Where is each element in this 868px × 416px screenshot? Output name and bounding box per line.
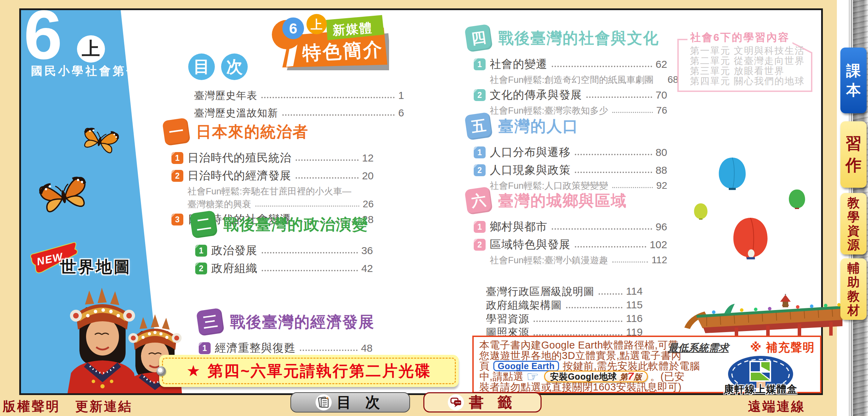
- toc-entry-row[interactable]: 社會Fun輕鬆:奔馳在甘蔗田裡的小火車—: [188, 186, 374, 196]
- unit-title: 臺灣的人口: [498, 116, 579, 137]
- leader-dots-icon: [282, 114, 395, 116]
- toc-entry-row[interactable]: 2人口現象與政策88: [474, 163, 667, 176]
- info-line-4-suffix: 。(已安: [650, 371, 685, 382]
- lesson-number-badge: 1: [199, 342, 211, 354]
- sky-lantern-green: [786, 189, 807, 209]
- toc-entry-row[interactable]: 1鄉村與都市96: [474, 220, 667, 233]
- lesson-number-badge: 1: [171, 152, 183, 164]
- banner-text: ★第四~六單元請執行第二片光碟: [186, 361, 431, 381]
- lesson-number-badge: 1: [474, 146, 486, 158]
- unit-heading[interactable]: 五臺灣的人口: [466, 112, 667, 140]
- side-tab-習作[interactable]: 習作: [840, 121, 867, 188]
- temple-photo: [682, 294, 842, 336]
- tab-char: 習: [846, 135, 862, 152]
- copyright-link[interactable]: 版權聲明: [3, 398, 60, 416]
- bookmark-nav-button[interactable]: 書 籤: [423, 392, 542, 413]
- toc-entry-row[interactable]: 1日治時代的殖民統治12: [171, 151, 374, 164]
- side-tab-教學資源[interactable]: 教學資源: [840, 193, 867, 254]
- leader-dots-icon: [262, 270, 358, 271]
- toc-entry-row[interactable]: 臺灣行政區層級說明圖114: [486, 287, 643, 297]
- toc-entry-row[interactable]: 社會Fun輕鬆:創造奇幻空間的紙風車劇團68: [490, 75, 667, 85]
- toc-entry-row[interactable]: 1社會的變遷62: [474, 57, 667, 70]
- lesson-number-badge: 2: [474, 89, 486, 101]
- toc-entry-row[interactable]: 1人口分布與遷移80: [474, 145, 667, 158]
- min-requirements-link[interactable]: 最低系統需求: [668, 341, 729, 355]
- tab-char: 助: [847, 275, 860, 289]
- feature-badge-tag: 新媒體: [332, 20, 373, 37]
- next-book-title: 社會6下的學習內容: [687, 30, 792, 45]
- unit-heading[interactable]: 四戰後臺灣的社會與文化: [466, 24, 667, 52]
- leader-dots-icon: [552, 228, 652, 230]
- temple-pagoda: [780, 294, 791, 307]
- leader-dots-icon: [262, 252, 358, 253]
- unit-title: 戰後臺灣的政治演變: [223, 214, 368, 235]
- lesson-number-badge: 2: [171, 170, 183, 182]
- tab-char: 教: [847, 196, 860, 209]
- page-number: 42: [361, 263, 373, 274]
- butterfly-icon: [34, 167, 94, 224]
- leader-dots-icon: [566, 307, 622, 308]
- page-number: 96: [656, 221, 667, 233]
- toc-entry-row[interactable]: 1政治發展36: [195, 243, 373, 257]
- page-number: 6: [398, 107, 404, 119]
- toc-entry-row[interactable]: 2區域特色與發展102: [474, 237, 667, 251]
- tab-char: 作: [846, 157, 862, 174]
- toc-title-char: 次: [221, 53, 248, 80]
- feature-intro-badge[interactable]: 新媒體 6 上 特色簡介: [270, 13, 389, 72]
- unit-heading[interactable]: 二戰後臺灣的政治演變: [191, 210, 373, 238]
- book-title: 國民小學社會第七冊: [31, 63, 154, 79]
- toc-entry-row[interactable]: 臺灣歷史溫故知新6: [194, 106, 404, 119]
- page-number: 20: [362, 170, 374, 182]
- tab-char: 本: [846, 82, 861, 98]
- sky-lantern-red: [727, 217, 774, 260]
- unit-title: 臺灣的城鄉與區域: [498, 191, 627, 211]
- info-line-5: 裝者請勿點選或直接關閉1603安裝訊息即可): [479, 382, 710, 392]
- install-version: 第7版: [620, 371, 642, 382]
- toc-entry-label: 政府組織: [211, 262, 257, 274]
- toc-entry-row[interactable]: 1經濟重整與復甦48: [199, 341, 373, 354]
- google-earth-button[interactable]: Google Earth: [493, 361, 559, 371]
- toc-entry-row[interactable]: 政府組織架構圖115: [486, 300, 643, 311]
- toc-entry-row[interactable]: 社會Fun輕鬆:臺灣小鎮漫遊趣112: [490, 255, 667, 265]
- toc-entry-row[interactable]: 2文化的傳承與發展70: [474, 88, 667, 101]
- toc-entry-row[interactable]: 臺灣歷史年表1: [194, 89, 404, 101]
- toc-entry-row[interactable]: 2日治時代的經濟發展20: [171, 168, 374, 182]
- toc-entry-label: 臺灣糖業的興衰: [188, 200, 251, 209]
- leader-dots-icon: [552, 66, 652, 67]
- update-link[interactable]: 更新連結: [75, 398, 133, 416]
- unit-title: 戰後臺灣的社會與文化: [498, 28, 659, 49]
- unit-entry-list: 1鄉村與都市962區域特色與發展102社會Fun輕鬆:臺灣小鎮漫遊趣112: [474, 220, 667, 265]
- bookmark-icon: [448, 394, 464, 410]
- toc-entry-row[interactable]: 學習資源116: [486, 314, 643, 324]
- page-number: 115: [626, 299, 643, 311]
- grade-number: 6: [24, 0, 62, 70]
- install-google-earth-button[interactable]: 安裝Google地球 第7版: [544, 371, 648, 382]
- leader-dots-icon: [599, 293, 622, 295]
- page-number: 1: [398, 89, 404, 101]
- toc-entry-label: 經濟重整與復甦: [215, 342, 296, 354]
- next-book-items: 第一單元 文明與科技生活第二單元 從臺灣走向世界第三單元 放眼看世界第四單元 關…: [690, 46, 805, 86]
- info-line-3-suffix: 按鍵前,需先安裝此軟體於電腦: [563, 361, 700, 371]
- unit-block-5: 五臺灣的人口1人口分布與遷移802人口現象與政策88社會Fun輕鬆:人口政策變變…: [466, 112, 667, 194]
- side-tab-課本[interactable]: 課本: [840, 48, 867, 113]
- unit-heading[interactable]: 三戰後臺灣的經濟發展: [198, 308, 373, 336]
- sky-lantern-yellow: [692, 203, 710, 220]
- remote-connect-link[interactable]: 遠端連線: [748, 398, 805, 416]
- leader-dots-icon: [575, 154, 652, 155]
- lesson-number-badge: 2: [474, 164, 486, 176]
- tab-char: 源: [847, 238, 860, 251]
- unit-heading[interactable]: 一日本來的統治者: [164, 118, 374, 146]
- unit-heading[interactable]: 六臺灣的城鄉與區域: [466, 187, 667, 215]
- toc-title-char: 目: [188, 53, 215, 80]
- leader-dots-icon: [534, 321, 622, 322]
- unit-title: 日本來的統治者: [196, 122, 309, 142]
- unit-entry-list: 1人口分布與遷移802人口現象與政策88社會Fun輕鬆:人口政策變變變92: [474, 145, 667, 191]
- toc-entry-row[interactable]: 2政府組織42: [195, 261, 373, 274]
- side-tab-輔助教材[interactable]: 輔助教材: [840, 258, 867, 320]
- toc-entry-label: 人口現象與政策: [490, 164, 571, 176]
- leader-dots-icon: [296, 177, 359, 179]
- toc-entry-label: 臺灣歷史年表: [194, 89, 257, 101]
- unit-number-icon: 六: [464, 186, 493, 215]
- toc-entry-row[interactable]: 臺灣糖業的興衰26: [188, 199, 374, 209]
- toc-nav-button[interactable]: 目 次: [290, 392, 410, 413]
